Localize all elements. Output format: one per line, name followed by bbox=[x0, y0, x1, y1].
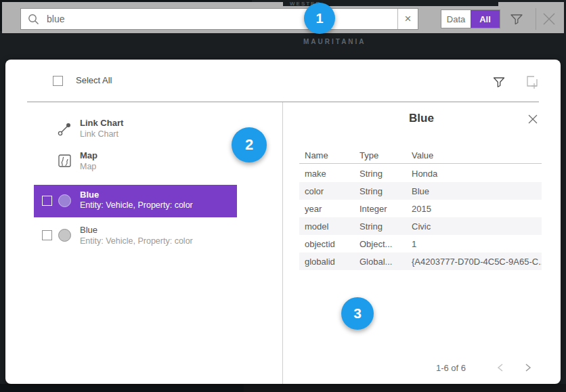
add-to-selection-icon[interactable] bbox=[524, 74, 540, 90]
cell-name: color bbox=[305, 186, 360, 196]
table-row: objectid Object... 1 bbox=[299, 235, 542, 253]
header-divider bbox=[27, 102, 539, 102]
map-country-label: MAURITANIA bbox=[303, 38, 366, 45]
cell-value: 1 bbox=[412, 239, 542, 249]
cell-type: Integer bbox=[360, 204, 412, 214]
results-filter-icon[interactable] bbox=[492, 74, 506, 89]
annotation-badge-1: 1 bbox=[304, 3, 335, 34]
entity-circle-icon bbox=[58, 194, 71, 207]
link-chart-icon bbox=[57, 122, 72, 139]
cell-name: year bbox=[305, 204, 360, 214]
result-title-blue: Blue bbox=[80, 190, 99, 200]
table-row: globalid Global... {A4203777-D70D-4C5C-9… bbox=[299, 253, 542, 270]
cell-value: 2015 bbox=[412, 204, 542, 214]
column-name: Name bbox=[305, 150, 360, 160]
panel-divider bbox=[282, 102, 283, 384]
toolbar-filter-icon[interactable] bbox=[509, 12, 524, 26]
app-window: MAURITANIA WESTER × Data All Select All bbox=[0, 0, 566, 392]
clear-search-button[interactable]: × bbox=[397, 9, 418, 29]
scope-option-data[interactable]: Data bbox=[441, 10, 471, 28]
result-subtitle-blue-2: Entity: Vehicle, Property: color bbox=[80, 236, 193, 246]
result-subtitle-blue: Entity: Vehicle, Property: color bbox=[80, 200, 193, 210]
cell-value: {A4203777-D70D-4C5C-9A65-C... bbox=[412, 257, 542, 267]
cell-name: globalid bbox=[305, 257, 360, 267]
cell-value: Honda bbox=[412, 169, 542, 179]
search-input[interactable] bbox=[39, 14, 397, 24]
result-title-blue-2[interactable]: Blue bbox=[80, 225, 97, 235]
pagination-next-icon[interactable] bbox=[523, 362, 534, 373]
table-row: model String Civic bbox=[299, 217, 542, 235]
result-title-link-chart[interactable]: Link Chart bbox=[80, 118, 123, 128]
cell-type: String bbox=[360, 186, 412, 196]
cell-value: Blue bbox=[412, 186, 542, 196]
result-subtitle-link-chart: Link Chart bbox=[80, 129, 118, 139]
map-bottom-ocean bbox=[0, 384, 244, 392]
select-all-label: Select All bbox=[76, 75, 112, 85]
cell-name: make bbox=[305, 169, 360, 179]
toolbar-close-icon[interactable] bbox=[541, 11, 557, 27]
pagination-range-label: 1-6 of 6 bbox=[385, 363, 466, 373]
column-type: Type bbox=[360, 150, 412, 160]
column-value: Value bbox=[412, 150, 542, 160]
cell-type: Object... bbox=[360, 239, 412, 249]
search-results-panel: Select All Link Chart Link Chart Map Map… bbox=[5, 60, 561, 384]
cell-type: String bbox=[360, 221, 412, 232]
scope-option-all[interactable]: All bbox=[471, 10, 500, 28]
result-title-map[interactable]: Map bbox=[80, 150, 97, 160]
map-icon bbox=[58, 154, 72, 171]
search-icon bbox=[28, 14, 39, 25]
detail-title: Blue bbox=[282, 112, 561, 125]
toolbar-divider bbox=[536, 8, 536, 30]
cell-type: Global... bbox=[360, 257, 412, 267]
annotation-badge-2: 2 bbox=[232, 127, 267, 162]
annotation-badge-3: 3 bbox=[341, 297, 374, 330]
cell-name: model bbox=[305, 221, 360, 232]
result-checkbox[interactable] bbox=[42, 196, 52, 206]
cell-name: objectid bbox=[305, 239, 360, 249]
select-all-checkbox[interactable] bbox=[53, 76, 63, 86]
table-row: year Integer 2015 bbox=[299, 200, 542, 217]
search-box: × bbox=[20, 8, 418, 30]
result-subtitle-map: Map bbox=[80, 162, 96, 171]
pagination-prev-icon[interactable] bbox=[495, 362, 506, 373]
result-row-blue-selected[interactable]: Blue Entity: Vehicle, Property: color bbox=[34, 185, 237, 217]
entity-circle-icon bbox=[58, 229, 71, 242]
cell-value: Civic bbox=[412, 221, 542, 232]
search-scope-toggle: Data All bbox=[441, 9, 500, 28]
property-table-header: Name Type Value bbox=[299, 148, 542, 164]
result-checkbox[interactable] bbox=[42, 230, 52, 240]
cell-type: String bbox=[360, 169, 412, 179]
table-row: make String Honda bbox=[299, 165, 542, 182]
table-row: color String Blue bbox=[299, 182, 542, 200]
property-table: Name Type Value make String Honda color … bbox=[299, 148, 542, 270]
detail-close-icon[interactable] bbox=[526, 112, 540, 126]
